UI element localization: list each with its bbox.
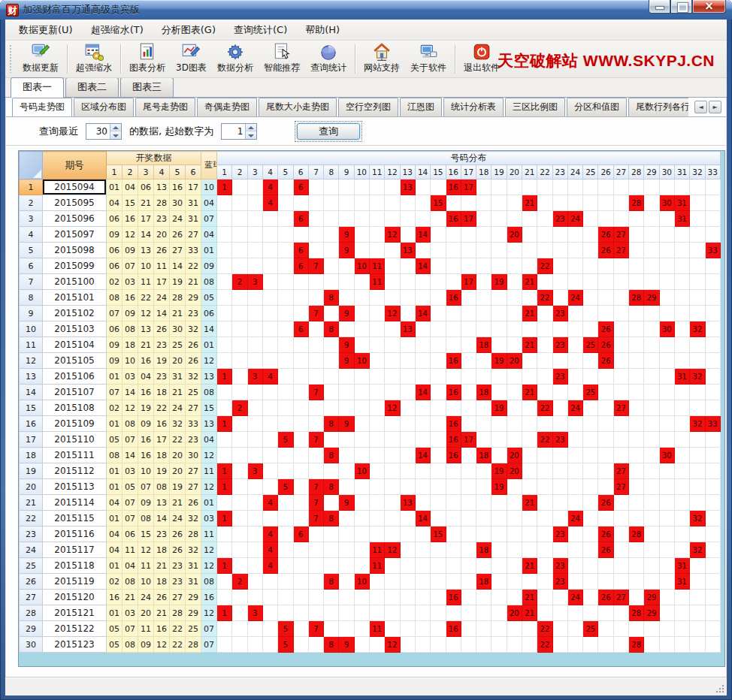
dist-cell[interactable] xyxy=(293,495,308,511)
dist-cell[interactable] xyxy=(705,542,720,558)
period-cell[interactable]: 2015116 xyxy=(43,527,107,542)
dist-cell[interactable] xyxy=(552,385,567,400)
draw-number-cell[interactable]: 06 xyxy=(138,180,154,195)
dist-cell[interactable] xyxy=(567,621,582,637)
dist-cell[interactable] xyxy=(232,385,247,400)
draw-number-cell[interactable]: 19 xyxy=(154,463,170,479)
dist-cell-hit[interactable]: 27 xyxy=(613,400,628,416)
tab-scroll-right-icon[interactable]: ► xyxy=(709,101,721,113)
dist-cell[interactable] xyxy=(431,258,446,274)
row-number-cell[interactable]: 27 xyxy=(20,590,43,605)
dist-cell[interactable] xyxy=(476,495,492,511)
dist-cell[interactable] xyxy=(431,337,446,353)
dist-cell[interactable] xyxy=(507,243,522,258)
dist-cell[interactable] xyxy=(644,574,659,590)
dist-cell[interactable] xyxy=(629,258,644,274)
dist-cell[interactable] xyxy=(476,400,492,416)
menu-help[interactable]: 帮助(H) xyxy=(296,20,349,40)
dist-cell[interactable] xyxy=(690,211,705,227)
dist-cell[interactable] xyxy=(385,321,400,337)
dist-cell[interactable] xyxy=(537,463,552,479)
dist-cell[interactable] xyxy=(461,511,476,527)
dist-cell[interactable] xyxy=(354,637,369,653)
draw-number-cell[interactable]: 04 xyxy=(107,495,123,511)
draw-number-cell[interactable]: 24 xyxy=(154,290,170,306)
dist-cell[interactable] xyxy=(705,337,720,353)
dist-cell[interactable] xyxy=(552,590,567,605)
dist-cell[interactable] xyxy=(232,353,247,369)
dist-cell[interactable] xyxy=(385,274,400,290)
dist-cell-hit[interactable]: 10 xyxy=(354,258,369,274)
dist-cell[interactable] xyxy=(583,274,598,290)
dist-cell[interactable] xyxy=(629,463,644,479)
draw-number-cell[interactable]: 21 xyxy=(170,495,186,511)
dist-cell-hit[interactable]: 27 xyxy=(613,227,628,243)
dist-cell[interactable] xyxy=(567,448,582,463)
dist-cell-hit[interactable]: 10 xyxy=(354,574,369,590)
dist-cell[interactable] xyxy=(461,290,476,306)
dist-cell[interactable] xyxy=(705,527,720,542)
draw-number-cell[interactable]: 22 xyxy=(170,621,186,637)
dist-cell[interactable] xyxy=(370,385,385,400)
dist-cell-hit[interactable]: 24 xyxy=(567,511,582,527)
period-cell[interactable]: 2015115 xyxy=(43,511,107,527)
draw-number-cell[interactable]: 11 xyxy=(154,258,170,274)
dist-cell[interactable] xyxy=(262,432,277,448)
dist-cell-hit[interactable]: 16 xyxy=(446,416,461,432)
dist-cell-hit[interactable]: 4 xyxy=(262,369,277,385)
dist-cell[interactable] xyxy=(324,621,339,637)
draw-number-cell[interactable]: 08 xyxy=(123,416,138,432)
dist-cell[interactable] xyxy=(659,258,674,274)
dist-cell[interactable] xyxy=(690,400,705,416)
dist-cell[interactable] xyxy=(324,463,339,479)
row-number-cell[interactable]: 22 xyxy=(20,511,43,527)
dist-cell[interactable] xyxy=(583,306,598,321)
dist-cell[interactable] xyxy=(446,195,461,211)
dist-cell[interactable] xyxy=(370,321,385,337)
draw-number-cell[interactable]: 21 xyxy=(186,274,201,290)
dist-cell[interactable] xyxy=(385,416,400,432)
dist-cell[interactable] xyxy=(613,274,628,290)
draw-number-cell[interactable]: 27 xyxy=(186,227,201,243)
dist-cell[interactable] xyxy=(522,400,537,416)
dist-cell-hit[interactable]: 2 xyxy=(232,274,247,290)
draw-number-cell[interactable]: 11 xyxy=(138,274,154,290)
dist-cell[interactable] xyxy=(293,558,308,574)
dist-cell[interactable] xyxy=(690,180,705,195)
dist-cell[interactable] xyxy=(415,637,430,653)
dist-cell[interactable] xyxy=(461,574,476,590)
dist-cell[interactable] xyxy=(446,542,461,558)
dist-cell-hit[interactable]: 23 xyxy=(552,574,567,590)
tb-chart-analysis[interactable]: 图表分析 xyxy=(124,41,171,77)
dist-cell[interactable] xyxy=(613,416,628,432)
dist-cell[interactable] xyxy=(644,542,659,558)
dist-cell[interactable] xyxy=(354,621,369,637)
dist-cell[interactable] xyxy=(492,637,507,653)
draw-number-cell[interactable]: 21 xyxy=(170,385,186,400)
dist-cell[interactable] xyxy=(476,637,492,653)
dist-cell[interactable] xyxy=(537,369,552,385)
dist-cell[interactable] xyxy=(567,258,582,274)
draw-number-cell[interactable]: 29 xyxy=(186,605,201,621)
dist-cell[interactable] xyxy=(583,558,598,574)
dist-cell[interactable] xyxy=(247,306,262,321)
period-cell[interactable]: 2015117 xyxy=(43,542,107,558)
blue-ball-cell[interactable]: 12 xyxy=(201,558,217,574)
dist-cell[interactable] xyxy=(247,495,262,511)
dist-cell-hit[interactable]: 14 xyxy=(415,258,430,274)
dist-cell[interactable] xyxy=(278,306,293,321)
dist-cell[interactable] xyxy=(537,385,552,400)
dist-cell-hit[interactable]: 31 xyxy=(674,369,689,385)
draw-number-cell[interactable]: 29 xyxy=(186,290,201,306)
dist-cell-hit[interactable]: 8 xyxy=(324,479,339,495)
dist-cell[interactable] xyxy=(232,542,247,558)
dist-cell[interactable] xyxy=(354,495,369,511)
draw-number-cell[interactable]: 04 xyxy=(123,180,138,195)
dist-cell[interactable] xyxy=(674,637,689,653)
dist-cell[interactable] xyxy=(339,463,354,479)
dist-cell[interactable] xyxy=(461,479,476,495)
dist-cell[interactable] xyxy=(278,558,293,574)
blue-ball-cell[interactable]: 09 xyxy=(201,258,217,274)
blue-ball-cell[interactable]: 07 xyxy=(201,211,217,227)
dist-cell[interactable] xyxy=(537,211,552,227)
